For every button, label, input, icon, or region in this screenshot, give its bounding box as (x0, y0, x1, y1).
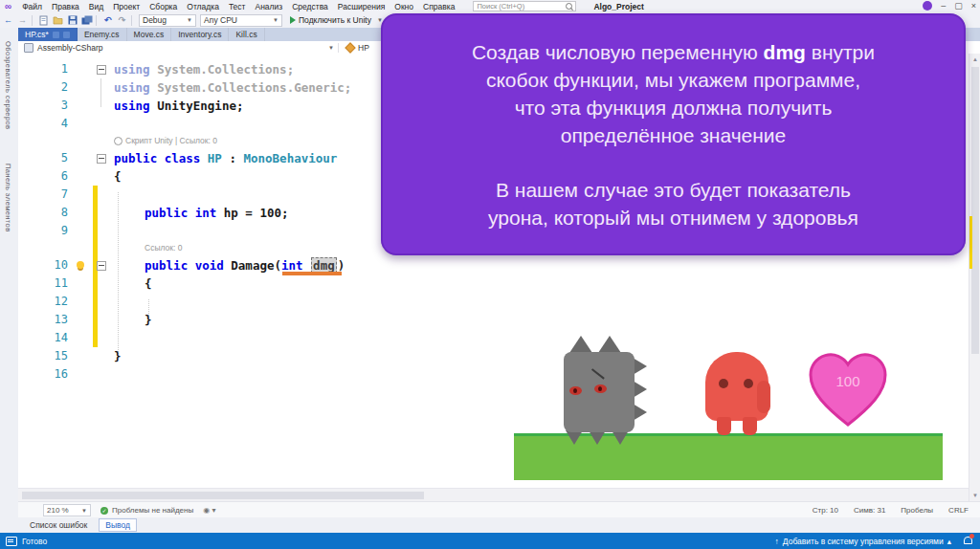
document-tab-label: Enemy.cs (84, 30, 120, 39)
title-bar: ∞ ФайлПравкаВидПроектСборкаОтладкаТестАн… (0, 0, 980, 12)
document-tab[interactable]: Inventory.cs (171, 28, 229, 41)
menu-item-окно[interactable]: Окно (390, 2, 418, 11)
member-dropdown[interactable]: HP (358, 43, 369, 53)
close-button[interactable]: × (971, 1, 976, 11)
project-dropdown[interactable]: Assembly-CSharp ▼ (37, 43, 334, 53)
zoom-value: 210 % (47, 506, 69, 515)
code-line[interactable]: 11{ (18, 274, 969, 293)
notifications-bell-icon[interactable] (964, 536, 972, 544)
code-line[interactable]: 12 (18, 293, 969, 311)
save-icon[interactable] (66, 14, 78, 26)
configuration-dropdown[interactable]: Debug▼ (139, 14, 196, 27)
line-number: 7 (18, 186, 68, 204)
feedback-smiley-icon[interactable] (6, 537, 17, 546)
code-health-label: Проблемы не найдены (112, 506, 193, 515)
code-line[interactable]: 10public void Damage(int dmg) (18, 256, 969, 274)
menu-item-отладка[interactable]: Отладка (182, 2, 224, 11)
indentation-indicator[interactable]: Пробелы (901, 506, 933, 515)
document-tab[interactable]: HP.cs* (18, 28, 78, 41)
scroll-down-icon[interactable]: ▼ (971, 492, 979, 499)
panel-tab[interactable]: Вывод (99, 518, 137, 532)
save-all-icon[interactable] (80, 14, 93, 26)
menu-item-вид[interactable]: Вид (84, 2, 108, 11)
class-icon (345, 42, 355, 53)
menu-item-правка[interactable]: Правка (47, 2, 84, 11)
vertical-scrollbar[interactable]: ▲ ▼ (969, 54, 980, 501)
fold-collapse-icon[interactable] (97, 65, 106, 75)
menu-item-тест[interactable]: Тест (224, 2, 251, 11)
menu-item-файл[interactable]: Файл (17, 2, 47, 11)
document-tab[interactable]: Move.cs (127, 28, 172, 41)
panel-tab[interactable]: Список ошибок (24, 519, 93, 531)
configuration-value: Debug (143, 15, 167, 25)
health-heart: 100 (807, 350, 889, 434)
bottom-panel-tabs: Список ошибокВывод (18, 517, 980, 533)
scroll-up-icon[interactable]: ▲ (971, 55, 979, 63)
menu-item-справка[interactable]: Справка (418, 2, 459, 11)
status-ready-label: Готово (22, 537, 47, 546)
account-avatar[interactable] (923, 1, 932, 11)
document-tab[interactable]: Enemy.cs (78, 28, 127, 41)
code-health-icon: ✓ (100, 507, 108, 515)
overlay-line: скобок функции, мы укажем программе, (408, 66, 939, 94)
search-input[interactable]: Поиск (Ctrl+Q) (473, 1, 576, 11)
horizontal-scroll-thumb[interactable] (22, 492, 424, 499)
cursor-line-indicator[interactable]: Стр: 10 (813, 506, 838, 515)
health-value: 100 (807, 373, 889, 389)
code-lens-options-icon[interactable]: ◉ ▾ (203, 506, 215, 515)
new-file-icon[interactable] (37, 14, 50, 26)
vertical-scroll-thumb[interactable] (971, 67, 979, 354)
side-rail-tab[interactable]: Обозреватель серверов (4, 41, 12, 129)
vs-window: ∞ ФайлПравкаВидПроектСборкаОтладкаТестАн… (0, 0, 980, 549)
search-placeholder: Поиск (Ctrl+Q) (477, 2, 524, 11)
menu-item-анализ[interactable]: Анализ (250, 2, 287, 11)
line-number: 9 (18, 222, 68, 240)
navigate-back-icon[interactable]: ← (2, 14, 14, 26)
document-tab-label: HP.cs* (25, 30, 49, 39)
redo-icon[interactable]: ↷ (116, 14, 128, 26)
maximize-button[interactable]: ▢ (954, 1, 963, 11)
line-number: 8 (18, 204, 68, 222)
line-number: 11 (18, 274, 68, 293)
line-number: 10 (18, 256, 68, 274)
project-name: Assembly-CSharp (37, 43, 103, 53)
fold-collapse-icon[interactable] (97, 261, 106, 271)
open-file-icon[interactable] (52, 14, 64, 26)
line-number: 13 (18, 311, 68, 329)
menu-item-средства[interactable]: Средства (287, 2, 333, 11)
menu-item-расширения[interactable]: Расширения (333, 2, 390, 11)
window-title: Algo_Project (593, 2, 643, 11)
chevron-up-icon: ▴ (947, 537, 951, 546)
document-tab-label: Kill.cs (235, 30, 256, 39)
zoom-dropdown[interactable]: 210 %▼ (43, 504, 91, 516)
line-number: 6 (18, 167, 68, 186)
minimize-button[interactable]: – (941, 1, 946, 11)
menu-item-проект[interactable]: Проект (108, 2, 145, 11)
upload-arrow-icon: ↑ (775, 537, 779, 546)
line-number: 1 (18, 60, 68, 78)
line-number: 14 (18, 329, 68, 347)
search-icon (566, 3, 572, 10)
side-rail-tab[interactable]: Панель элементов (4, 164, 12, 232)
horizontal-scrollbar[interactable] (18, 488, 969, 502)
tutorial-overlay: Создав числовую переменную dmg внутри ск… (381, 13, 966, 255)
close-tab-icon[interactable] (63, 32, 70, 38)
add-to-source-control-button[interactable]: ↑ Добавить в систему управления версиями… (775, 537, 951, 546)
pin-icon[interactable] (53, 32, 59, 38)
line-number: 15 (18, 347, 68, 365)
fold-collapse-icon[interactable] (97, 154, 106, 164)
overlay-line: что эта функция должна получить (408, 94, 939, 121)
platform-value: Any CPU (204, 15, 237, 25)
line-number: 3 (18, 97, 68, 115)
line-ending-indicator[interactable]: CRLF (948, 506, 969, 515)
navigate-forward-icon[interactable]: → (16, 14, 29, 26)
scrollbar-change-mark (969, 216, 972, 269)
undo-icon[interactable]: ↶ (101, 14, 114, 26)
line-number: 5 (18, 149, 68, 167)
platform-dropdown[interactable]: Any CPU▼ (200, 14, 282, 27)
lightbulb-icon[interactable] (77, 261, 84, 269)
attach-to-unity-button[interactable]: Подключить к Unity ▼ (290, 15, 383, 25)
menu-item-сборка[interactable]: Сборка (145, 2, 182, 11)
cursor-column-indicator[interactable]: Симв: 31 (854, 506, 885, 515)
document-tab[interactable]: Kill.cs (229, 28, 264, 41)
